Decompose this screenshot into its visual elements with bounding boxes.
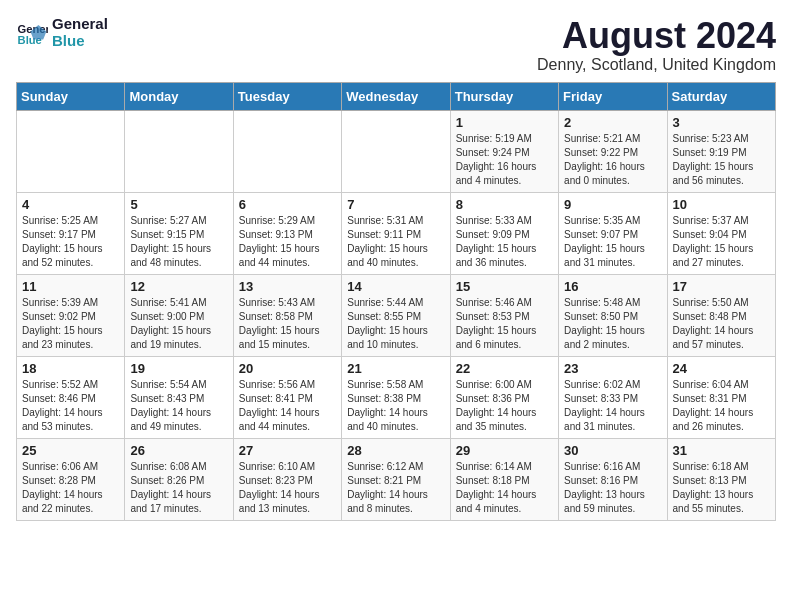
calendar-cell: 7Sunrise: 5:31 AMSunset: 9:11 PMDaylight… bbox=[342, 192, 450, 274]
day-number: 7 bbox=[347, 197, 444, 212]
weekday-header: Tuesday bbox=[233, 82, 341, 110]
calendar-cell: 14Sunrise: 5:44 AMSunset: 8:55 PMDayligh… bbox=[342, 274, 450, 356]
day-info: Sunrise: 6:16 AMSunset: 8:16 PMDaylight:… bbox=[564, 460, 661, 516]
calendar-cell bbox=[125, 110, 233, 192]
calendar-cell: 11Sunrise: 5:39 AMSunset: 9:02 PMDayligh… bbox=[17, 274, 125, 356]
day-info: Sunrise: 5:58 AMSunset: 8:38 PMDaylight:… bbox=[347, 378, 444, 434]
calendar-cell bbox=[233, 110, 341, 192]
weekday-header: Monday bbox=[125, 82, 233, 110]
day-number: 14 bbox=[347, 279, 444, 294]
weekday-header: Thursday bbox=[450, 82, 558, 110]
calendar-cell: 12Sunrise: 5:41 AMSunset: 9:00 PMDayligh… bbox=[125, 274, 233, 356]
day-number: 13 bbox=[239, 279, 336, 294]
day-info: Sunrise: 5:19 AMSunset: 9:24 PMDaylight:… bbox=[456, 132, 553, 188]
day-number: 12 bbox=[130, 279, 227, 294]
day-info: Sunrise: 6:08 AMSunset: 8:26 PMDaylight:… bbox=[130, 460, 227, 516]
day-number: 28 bbox=[347, 443, 444, 458]
page-header: General Blue General Blue August 2024 De… bbox=[16, 16, 776, 74]
calendar-table: SundayMondayTuesdayWednesdayThursdayFrid… bbox=[16, 82, 776, 521]
calendar-cell: 27Sunrise: 6:10 AMSunset: 8:23 PMDayligh… bbox=[233, 438, 341, 520]
weekday-header: Saturday bbox=[667, 82, 775, 110]
calendar-subtitle: Denny, Scotland, United Kingdom bbox=[537, 56, 776, 74]
day-info: Sunrise: 6:04 AMSunset: 8:31 PMDaylight:… bbox=[673, 378, 770, 434]
calendar-cell bbox=[17, 110, 125, 192]
calendar-cell: 26Sunrise: 6:08 AMSunset: 8:26 PMDayligh… bbox=[125, 438, 233, 520]
weekday-header-row: SundayMondayTuesdayWednesdayThursdayFrid… bbox=[17, 82, 776, 110]
day-info: Sunrise: 5:43 AMSunset: 8:58 PMDaylight:… bbox=[239, 296, 336, 352]
day-info: Sunrise: 6:02 AMSunset: 8:33 PMDaylight:… bbox=[564, 378, 661, 434]
calendar-title: August 2024 bbox=[537, 16, 776, 56]
calendar-cell: 28Sunrise: 6:12 AMSunset: 8:21 PMDayligh… bbox=[342, 438, 450, 520]
calendar-cell: 17Sunrise: 5:50 AMSunset: 8:48 PMDayligh… bbox=[667, 274, 775, 356]
day-number: 25 bbox=[22, 443, 119, 458]
calendar-cell: 1Sunrise: 5:19 AMSunset: 9:24 PMDaylight… bbox=[450, 110, 558, 192]
calendar-week-row: 1Sunrise: 5:19 AMSunset: 9:24 PMDaylight… bbox=[17, 110, 776, 192]
weekday-header: Sunday bbox=[17, 82, 125, 110]
calendar-cell: 15Sunrise: 5:46 AMSunset: 8:53 PMDayligh… bbox=[450, 274, 558, 356]
calendar-cell: 10Sunrise: 5:37 AMSunset: 9:04 PMDayligh… bbox=[667, 192, 775, 274]
day-number: 27 bbox=[239, 443, 336, 458]
day-number: 4 bbox=[22, 197, 119, 212]
calendar-cell: 16Sunrise: 5:48 AMSunset: 8:50 PMDayligh… bbox=[559, 274, 667, 356]
day-number: 10 bbox=[673, 197, 770, 212]
logo-general: General bbox=[52, 16, 108, 33]
calendar-cell: 24Sunrise: 6:04 AMSunset: 8:31 PMDayligh… bbox=[667, 356, 775, 438]
day-info: Sunrise: 5:35 AMSunset: 9:07 PMDaylight:… bbox=[564, 214, 661, 270]
day-number: 23 bbox=[564, 361, 661, 376]
day-number: 31 bbox=[673, 443, 770, 458]
day-info: Sunrise: 5:33 AMSunset: 9:09 PMDaylight:… bbox=[456, 214, 553, 270]
day-number: 6 bbox=[239, 197, 336, 212]
day-info: Sunrise: 5:46 AMSunset: 8:53 PMDaylight:… bbox=[456, 296, 553, 352]
calendar-week-row: 18Sunrise: 5:52 AMSunset: 8:46 PMDayligh… bbox=[17, 356, 776, 438]
day-info: Sunrise: 5:27 AMSunset: 9:15 PMDaylight:… bbox=[130, 214, 227, 270]
day-number: 9 bbox=[564, 197, 661, 212]
calendar-cell: 4Sunrise: 5:25 AMSunset: 9:17 PMDaylight… bbox=[17, 192, 125, 274]
day-info: Sunrise: 6:14 AMSunset: 8:18 PMDaylight:… bbox=[456, 460, 553, 516]
day-number: 19 bbox=[130, 361, 227, 376]
day-number: 2 bbox=[564, 115, 661, 130]
weekday-header: Friday bbox=[559, 82, 667, 110]
day-info: Sunrise: 6:10 AMSunset: 8:23 PMDaylight:… bbox=[239, 460, 336, 516]
calendar-cell: 19Sunrise: 5:54 AMSunset: 8:43 PMDayligh… bbox=[125, 356, 233, 438]
day-number: 17 bbox=[673, 279, 770, 294]
calendar-cell: 3Sunrise: 5:23 AMSunset: 9:19 PMDaylight… bbox=[667, 110, 775, 192]
day-info: Sunrise: 5:44 AMSunset: 8:55 PMDaylight:… bbox=[347, 296, 444, 352]
calendar-cell: 31Sunrise: 6:18 AMSunset: 8:13 PMDayligh… bbox=[667, 438, 775, 520]
day-number: 22 bbox=[456, 361, 553, 376]
day-number: 26 bbox=[130, 443, 227, 458]
calendar-cell: 20Sunrise: 5:56 AMSunset: 8:41 PMDayligh… bbox=[233, 356, 341, 438]
day-info: Sunrise: 6:06 AMSunset: 8:28 PMDaylight:… bbox=[22, 460, 119, 516]
day-number: 1 bbox=[456, 115, 553, 130]
day-info: Sunrise: 5:37 AMSunset: 9:04 PMDaylight:… bbox=[673, 214, 770, 270]
day-info: Sunrise: 5:25 AMSunset: 9:17 PMDaylight:… bbox=[22, 214, 119, 270]
logo-blue: Blue bbox=[52, 33, 108, 50]
calendar-week-row: 25Sunrise: 6:06 AMSunset: 8:28 PMDayligh… bbox=[17, 438, 776, 520]
calendar-cell: 23Sunrise: 6:02 AMSunset: 8:33 PMDayligh… bbox=[559, 356, 667, 438]
title-block: August 2024 Denny, Scotland, United King… bbox=[537, 16, 776, 74]
day-number: 24 bbox=[673, 361, 770, 376]
day-info: Sunrise: 6:00 AMSunset: 8:36 PMDaylight:… bbox=[456, 378, 553, 434]
day-info: Sunrise: 5:41 AMSunset: 9:00 PMDaylight:… bbox=[130, 296, 227, 352]
weekday-header: Wednesday bbox=[342, 82, 450, 110]
calendar-cell: 21Sunrise: 5:58 AMSunset: 8:38 PMDayligh… bbox=[342, 356, 450, 438]
calendar-cell: 22Sunrise: 6:00 AMSunset: 8:36 PMDayligh… bbox=[450, 356, 558, 438]
day-number: 5 bbox=[130, 197, 227, 212]
day-number: 18 bbox=[22, 361, 119, 376]
calendar-cell bbox=[342, 110, 450, 192]
day-info: Sunrise: 5:50 AMSunset: 8:48 PMDaylight:… bbox=[673, 296, 770, 352]
day-info: Sunrise: 5:39 AMSunset: 9:02 PMDaylight:… bbox=[22, 296, 119, 352]
day-number: 15 bbox=[456, 279, 553, 294]
day-number: 20 bbox=[239, 361, 336, 376]
day-info: Sunrise: 5:56 AMSunset: 8:41 PMDaylight:… bbox=[239, 378, 336, 434]
day-info: Sunrise: 5:31 AMSunset: 9:11 PMDaylight:… bbox=[347, 214, 444, 270]
day-info: Sunrise: 5:29 AMSunset: 9:13 PMDaylight:… bbox=[239, 214, 336, 270]
day-info: Sunrise: 5:48 AMSunset: 8:50 PMDaylight:… bbox=[564, 296, 661, 352]
day-info: Sunrise: 6:18 AMSunset: 8:13 PMDaylight:… bbox=[673, 460, 770, 516]
calendar-cell: 8Sunrise: 5:33 AMSunset: 9:09 PMDaylight… bbox=[450, 192, 558, 274]
logo-icon: General Blue bbox=[16, 17, 48, 49]
calendar-week-row: 4Sunrise: 5:25 AMSunset: 9:17 PMDaylight… bbox=[17, 192, 776, 274]
day-number: 3 bbox=[673, 115, 770, 130]
calendar-cell: 2Sunrise: 5:21 AMSunset: 9:22 PMDaylight… bbox=[559, 110, 667, 192]
day-number: 30 bbox=[564, 443, 661, 458]
day-info: Sunrise: 5:54 AMSunset: 8:43 PMDaylight:… bbox=[130, 378, 227, 434]
